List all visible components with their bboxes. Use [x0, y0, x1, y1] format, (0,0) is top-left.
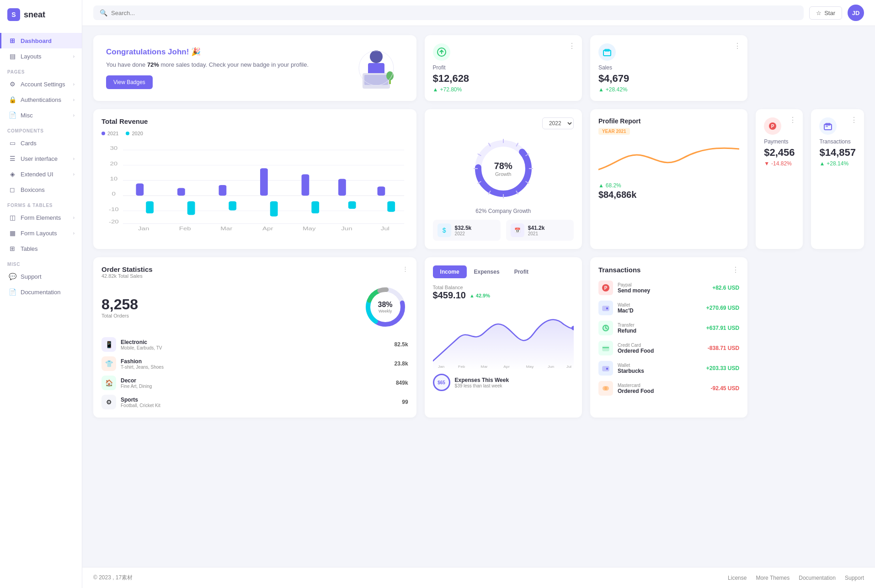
transfer-info: Transfer Refund [618, 323, 702, 334]
sidebar-item-dashboard[interactable]: ⊞ Dashboard [0, 33, 82, 48]
sidebar-item-label: Dashboard [21, 37, 52, 44]
sidebar-item-account-settings[interactable]: ⚙ Account Settings › [0, 76, 82, 92]
revenue-card: Total Revenue 2021 2020 30 20 [93, 109, 416, 249]
lock-icon: 🔒 [9, 96, 16, 103]
sidebar-item-form-layouts[interactable]: ▦ Form Layouts › [0, 225, 82, 241]
profit-stat-card: ⋮ Profit $12,628 ▲ +72.80% [425, 35, 582, 101]
tab-income[interactable]: Income [433, 265, 467, 278]
chevron-right-icon: › [73, 215, 75, 220]
sidebar-item-documentation[interactable]: 📄 Documentation [0, 284, 82, 300]
wallet-icon [598, 301, 613, 315]
sidebar-item-tables[interactable]: ⊞ Tables [0, 241, 82, 256]
transactions-icon [819, 117, 837, 135]
order-main: 8,258 Total Orders 38% W [101, 284, 408, 330]
card-menu-icon[interactable]: ⋮ [568, 42, 576, 50]
view-badges-button[interactable]: View Badges [106, 75, 153, 89]
legend-dot-2020 [126, 132, 129, 135]
mastercard-icon [598, 381, 613, 396]
year-badge: YEAR 2021 [598, 128, 630, 135]
search-input[interactable] [111, 10, 797, 16]
sidebar-item-label: Extended UI [21, 171, 53, 178]
decor-info: Decor Fine Art, Dining [121, 377, 391, 389]
starbucks-wallet-icon [598, 361, 613, 376]
search-box: 🔍 [93, 5, 804, 20]
order-stats-menu-icon[interactable]: ⋮ [402, 265, 408, 272]
card-menu-icon[interactable]: ⋮ [734, 42, 741, 50]
svg-rect-31 [187, 201, 195, 215]
sidebar-item-layouts[interactable]: ▤ Layouts › [0, 48, 82, 64]
bar-chart: 30 20 10 0 -10 -20 [101, 140, 408, 231]
pages-section-label: PAGES [0, 64, 82, 76]
tab-profit[interactable]: Profit [507, 265, 536, 278]
svg-rect-38 [338, 179, 346, 196]
order-stats-title: Order Statistics [101, 265, 153, 273]
payments-change: ▼ -14.82% [764, 160, 795, 167]
sidebar-item-user-interface[interactable]: ☰ User interface › [0, 151, 82, 166]
license-link[interactable]: License [728, 575, 747, 581]
payments-label: Payments [764, 138, 795, 145]
sidebar-item-cards[interactable]: ▭ Cards [0, 135, 82, 151]
footer: © 2023 , 17素材 License More Themes Docume… [82, 567, 875, 588]
svg-rect-82 [603, 346, 609, 351]
chevron-right-icon: › [73, 54, 75, 59]
documentation-link[interactable]: Documentation [799, 575, 836, 581]
sidebar-item-form-elements[interactable]: ◫ Form Elements › [0, 210, 82, 225]
sales-icon [598, 43, 616, 61]
year-selector[interactable]: 2022 2021 2020 [542, 117, 574, 129]
income-tabs: Income Expenses Profit [433, 265, 574, 278]
topbar: 🔍 ☆ Star JD [82, 0, 875, 26]
legend-2020: 2020 [126, 131, 143, 136]
svg-text:-20: -20 [109, 219, 119, 225]
misc-icon: 📄 [9, 111, 16, 119]
stat-2021-info: $41.2k 2021 [528, 225, 545, 236]
growth-donut-label: 78% Growth [494, 161, 512, 177]
star-button[interactable]: ☆ Star [809, 6, 842, 20]
documentation-icon: 📄 [9, 288, 16, 296]
svg-rect-34 [260, 168, 268, 196]
list-item: 📱 Electronic Mobile, Earbuds, TV 82.5k [101, 337, 408, 352]
card-menu-icon[interactable]: ⋮ [789, 116, 796, 124]
sidebar-item-label: Support [21, 273, 42, 280]
sidebar-item-label: Cards [21, 140, 37, 147]
dashboard-content: Congratulations John! 🎉 You have done 72… [82, 26, 875, 567]
svg-text:P: P [771, 124, 774, 129]
transactions-card: Transactions ⋮ P Paypal Send money [590, 257, 747, 418]
sidebar-item-label: User interface [21, 155, 58, 162]
list-item: 🏠 Decor Fine Art, Dining 849k [101, 376, 408, 390]
support-link[interactable]: Support [845, 575, 864, 581]
avatar[interactable]: JD [848, 5, 864, 21]
transfer-icon [598, 321, 613, 335]
sidebar-item-boxicons[interactable]: ◻ Boxicons [0, 182, 82, 197]
chevron-right-icon: › [73, 113, 75, 118]
sidebar-item-authentications[interactable]: 🔒 Authentications › [0, 92, 82, 107]
svg-text:May: May [526, 364, 534, 369]
expense-week: $65 Expenses This Week $39 less than las… [433, 374, 574, 391]
starbucks-info: Wallet Starbucks [618, 363, 702, 374]
transactions-menu-icon[interactable]: ⋮ [732, 265, 739, 274]
more-themes-link[interactable]: More Themes [756, 575, 790, 581]
sidebar-item-extended-ui[interactable]: ◈ Extended UI › [0, 166, 82, 182]
growth-card-header: 2022 2021 2020 [433, 117, 574, 129]
income-card: Income Expenses Profit Total Balance $45… [425, 257, 582, 418]
profile-report-title: Profile Report [598, 117, 739, 125]
card-menu-icon[interactable]: ⋮ [850, 116, 858, 124]
svg-rect-41 [387, 201, 395, 212]
balance-change: ▲ 42.9% [470, 293, 490, 298]
paypal-amount: +82.6 USD [712, 285, 739, 291]
list-item: ⚙ Sports Football, Cricket Kit 99 [101, 395, 408, 409]
growth-card: 2022 2021 2020 [425, 109, 582, 249]
svg-rect-32 [219, 185, 226, 196]
svg-rect-36 [302, 175, 309, 196]
svg-text:Jan: Jan [438, 364, 445, 369]
dashboard-grid: Congratulations John! 🎉 You have done 72… [93, 35, 864, 418]
tab-expenses[interactable]: Expenses [467, 265, 507, 278]
misc-section-label: MISC [0, 256, 82, 269]
sidebar-item-label: Documentation [21, 289, 60, 296]
growth-stats: $ $32.5k 2022 📅 $41.2k 2021 [433, 220, 574, 241]
sidebar-item-misc[interactable]: 📄 Misc › [0, 107, 82, 123]
chevron-right-icon: › [73, 97, 75, 102]
chevron-right-icon: › [73, 231, 75, 236]
support-icon: 💬 [9, 273, 16, 280]
sidebar-item-support[interactable]: 💬 Support [0, 269, 82, 284]
sports-icon: ⚙ [101, 395, 116, 409]
